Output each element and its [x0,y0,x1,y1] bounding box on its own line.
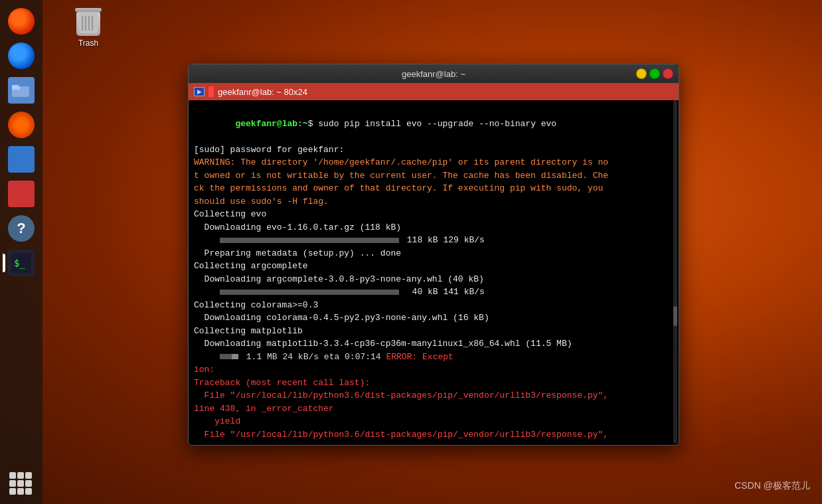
tab-cursor [208,86,214,97]
dock-item-software[interactable] [5,178,37,210]
terminal-title: geekfanr@lab: ~ [402,69,465,79]
terminal-titlebar: geekfanr@lab: ~ [189,64,679,83]
terminal-prompt-line: geekfanr@lab:~$ sudo pip install evo --u… [194,104,673,143]
show-applications-button[interactable] [9,472,33,496]
terminal-traceback-header: Traceback (most recent call last): [194,377,673,390]
desktop: ? $_ [0,0,822,504]
trash-label: Trash [78,39,98,48]
help-icon: ? [8,215,35,242]
terminal-line-1: [sudo] password for geekfanr: [194,143,673,157]
dock-item-files[interactable] [5,74,37,106]
thunderbird-icon [8,42,35,69]
writer-icon [8,146,35,173]
terminal-line-collecting-arg: Collecting argcomplete [194,260,673,273]
terminal-prompt-user: geekfanr@lab [235,119,297,129]
terminal-line-metadata: Preparing metadata (setup.py) ... done [194,247,673,260]
terminal-window: geekfanr@lab: ~ ▶ geekfanr@lab: ~ 80x24 … [188,64,679,446]
terminal-prompt-dir: ~ [303,119,308,129]
terminal-progress-partial: 1.1 MB 24 kB/s eta 0:07:14 ERROR: Except… [194,351,673,377]
dock-item-firefox[interactable] [5,5,37,37]
dock-bottom [9,472,33,504]
terminal-line-dl-matplotlib: Downloading matplotlib-3.3.4-cp36-cp36m-… [194,337,673,351]
files-icon [8,77,35,104]
terminal-tab-bar: ▶ geekfanr@lab: ~ 80x24 [189,83,679,100]
terminal-progress-2: 40 kB 141 kB/s [194,286,673,299]
terminal-command: sudo pip install evo --upgrade --no-bina… [313,119,556,129]
terminal-progress-1: 118 kB 129 kB/s [194,234,673,247]
dock-item-thunderbird[interactable] [5,40,37,72]
terminal-traceback-line2: line 438, in _error_catcher [194,402,673,416]
terminal-line-dl-arg: Downloading argcomplete-3.0.8-py3-none-a… [194,273,673,286]
terminal-traceback-line3: File "/usr/local/lib/python3.6/dist-pack… [194,428,673,442]
terminal-maximize-button[interactable] [649,68,660,79]
watermark-text: CSDN @极客范儿 [734,480,810,491]
tab-icon: ▶ [194,87,205,96]
terminal-warning: WARNING: The directory '/home/geekfanr/.… [194,156,673,208]
terminal-line-matplotlib: Collecting matplotlib [194,325,673,338]
terminal-line-colorama: Collecting colorama>=0.3 [194,299,673,312]
dock-item-writer[interactable] [5,143,37,175]
terminal-window-controls [636,68,673,79]
terminal-prompt-colon: : [297,119,303,129]
svg-rect-2 [12,85,19,88]
terminal-scrollbar-thumb [673,306,677,326]
terminal-scrollbar[interactable] [673,100,677,444]
terminal-traceback-yield: yield [194,415,673,428]
terminal-line-collecting-evo: Collecting evo [194,208,673,221]
taskbar-dock: ? $_ [0,0,42,504]
firefox-icon [8,8,35,35]
trash-can-image [75,8,102,37]
svg-text:$_: $_ [14,258,25,269]
dock-item-terminal[interactable]: $_ [5,247,37,279]
tab-label: geekfanr@lab: ~ 80x24 [218,87,307,97]
terminal-traceback-line1: File "/usr/local/lib/python3.6/dist-pack… [194,389,673,402]
terminal-close-button[interactable] [663,68,673,79]
trash-desktop-icon[interactable]: Trash [65,8,112,48]
terminal-line-dl-evo: Downloading evo-1.16.0.tar.gz (118 kB) [194,221,673,234]
dock-item-help[interactable]: ? [5,212,37,244]
terminal-icon: $_ [8,250,35,276]
terminal-line-dl-colorama: Downloading colorama-0.4.5-py2.py3-none-… [194,311,673,325]
terminal-content-area[interactable]: geekfanr@lab:~$ sudo pip install evo --u… [189,100,679,445]
software-icon [8,181,35,207]
terminal-minimize-button[interactable] [636,68,647,79]
watermark: CSDN @极客范儿 [734,480,810,492]
dock-item-rhythmbox[interactable] [5,109,37,141]
svg-rect-5 [79,12,98,33]
rhythmbox-icon [8,112,35,138]
